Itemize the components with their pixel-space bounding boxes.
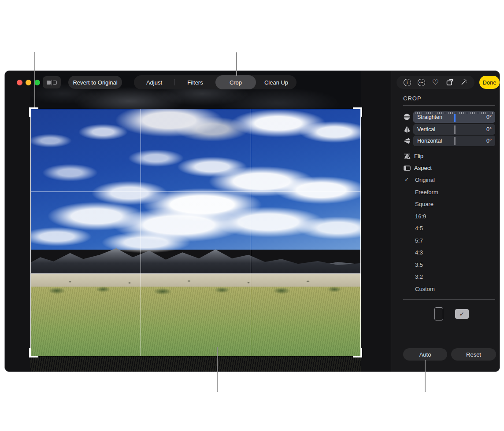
tab-filters-label: Filters bbox=[187, 79, 203, 86]
aspect-option-original[interactable]: ✓ Original bbox=[391, 174, 500, 186]
aspect-option-label: 3:5 bbox=[415, 262, 423, 268]
divider-icon bbox=[52, 80, 52, 85]
reset-label: Reset bbox=[466, 351, 481, 358]
straighten-value: 0° bbox=[486, 114, 492, 120]
window-minimize-button[interactable] bbox=[26, 80, 31, 85]
straighten-label: Straighten bbox=[417, 114, 442, 120]
aspect-option-label: Original bbox=[415, 177, 435, 183]
aspect-option-label: 4:3 bbox=[415, 249, 423, 256]
outline-square-icon bbox=[53, 81, 57, 85]
info-button[interactable]: i bbox=[402, 77, 412, 87]
callout-line-crop-tab bbox=[236, 52, 237, 76]
done-label: Done bbox=[482, 79, 496, 86]
tab-adjust-label: Adjust bbox=[146, 79, 162, 86]
edit-mode-segmented-control: Adjust Filters Crop Clean Up bbox=[134, 75, 296, 89]
aspect-label[interactable]: Aspect bbox=[414, 165, 432, 171]
favorite-button[interactable]: ♡ bbox=[430, 77, 440, 87]
revert-to-original-button[interactable]: Revert to Original bbox=[68, 76, 122, 89]
aspect-option-label: 4:5 bbox=[415, 225, 423, 232]
horizontal-slider[interactable]: Horizontal 0° bbox=[413, 136, 495, 146]
aspect-option-16-9[interactable]: 16:9 bbox=[391, 210, 500, 222]
flip-label[interactable]: Flip bbox=[414, 153, 423, 159]
aspect-option-3-5[interactable]: 3:5 bbox=[391, 259, 500, 271]
photo-plain bbox=[30, 274, 361, 287]
reset-button[interactable]: Reset bbox=[451, 348, 496, 361]
auto-label: Auto bbox=[419, 351, 431, 358]
photo-canvas-area: Revert to Original Adjust Filters Crop C… bbox=[5, 71, 391, 372]
aspect-option-label: 3:2 bbox=[415, 273, 423, 280]
aspect-option-label: Custom bbox=[415, 286, 435, 292]
more-icon: ••• bbox=[419, 81, 423, 84]
checkmark-icon: ✓ bbox=[460, 311, 464, 317]
sidebar-divider-bottom bbox=[403, 299, 495, 300]
screenshot-stage: Revert to Original Adjust Filters Crop C… bbox=[0, 0, 504, 431]
straighten-indicator bbox=[454, 114, 456, 122]
crop-sidebar: CROP Straighten 0° Vertical 0° bbox=[391, 71, 500, 372]
zoom-compare-control[interactable] bbox=[43, 76, 61, 88]
straighten-icon bbox=[403, 113, 411, 121]
photo-clouds bbox=[30, 109, 361, 254]
callout-line-crop-area bbox=[34, 52, 36, 107]
checkmark-icon: ✓ bbox=[404, 176, 409, 183]
aspect-option-freeform[interactable]: Freeform bbox=[391, 186, 500, 198]
callout-line-auto-button bbox=[425, 360, 426, 392]
callout-line-photo bbox=[217, 347, 218, 392]
photo-grassland bbox=[30, 287, 361, 356]
photos-edit-window: Revert to Original Adjust Filters Crop C… bbox=[4, 70, 500, 372]
tab-adjust[interactable]: Adjust bbox=[134, 75, 174, 89]
aspect-option-4-5[interactable]: 4:5 bbox=[391, 222, 500, 234]
tab-filters[interactable]: Filters bbox=[175, 75, 215, 89]
filled-square-icon bbox=[47, 81, 51, 85]
aspect-option-label: Square bbox=[415, 201, 434, 207]
horizontal-value: 0° bbox=[486, 138, 492, 144]
auto-enhance-button[interactable] bbox=[459, 77, 469, 87]
aspect-option-4-3[interactable]: 4:3 bbox=[391, 247, 500, 258]
flip-icon bbox=[403, 152, 411, 160]
window-close-button[interactable] bbox=[17, 80, 22, 85]
sidebar-divider-top bbox=[403, 105, 495, 106]
aspect-option-custom[interactable]: Custom bbox=[391, 283, 500, 295]
toolbar-icon-cluster: i ••• ♡ bbox=[397, 76, 474, 89]
photo-image bbox=[30, 109, 361, 356]
orientation-portrait-toggle[interactable] bbox=[434, 307, 443, 320]
rotate-button[interactable] bbox=[445, 77, 455, 87]
aspect-option-label: 16:9 bbox=[415, 213, 426, 220]
done-button[interactable]: Done bbox=[479, 76, 500, 89]
sidebar-title: CROP bbox=[403, 95, 422, 102]
horizontal-label: Horizontal bbox=[417, 138, 442, 144]
vertical-indicator bbox=[454, 125, 456, 134]
revert-label: Revert to Original bbox=[73, 79, 117, 86]
aspect-icon bbox=[403, 164, 411, 172]
vertical-perspective-icon bbox=[403, 125, 411, 133]
magic-wand-icon bbox=[460, 78, 468, 86]
aspect-option-label: Freeform bbox=[415, 189, 438, 195]
auto-button[interactable]: Auto bbox=[403, 348, 447, 361]
tab-crop-label: Crop bbox=[230, 79, 242, 86]
more-options-button[interactable]: ••• bbox=[416, 77, 426, 87]
horizontal-perspective-icon bbox=[403, 137, 411, 144]
vertical-slider[interactable]: Vertical 0° bbox=[413, 124, 495, 135]
tab-crop[interactable]: Crop bbox=[215, 75, 256, 89]
aspect-option-5-7[interactable]: 5:7 bbox=[391, 235, 500, 247]
orientation-landscape-toggle[interactable]: ✓ bbox=[455, 309, 469, 319]
tab-clean-up-label: Clean Up bbox=[264, 79, 288, 86]
vertical-label: Vertical bbox=[417, 126, 435, 133]
tab-clean-up[interactable]: Clean Up bbox=[256, 75, 296, 89]
straighten-slider[interactable]: Straighten 0° bbox=[413, 111, 495, 123]
heart-icon: ♡ bbox=[432, 79, 439, 86]
photo-dimmed-bottom bbox=[30, 356, 361, 372]
vertical-value: 0° bbox=[486, 126, 492, 133]
horizontal-indicator bbox=[454, 137, 456, 145]
aspect-option-square[interactable]: Square bbox=[391, 198, 500, 210]
info-icon: i bbox=[407, 80, 408, 85]
aspect-option-label: 5:7 bbox=[415, 237, 423, 244]
aspect-option-3-2[interactable]: 3:2 bbox=[391, 271, 500, 283]
rotate-icon bbox=[446, 78, 454, 86]
